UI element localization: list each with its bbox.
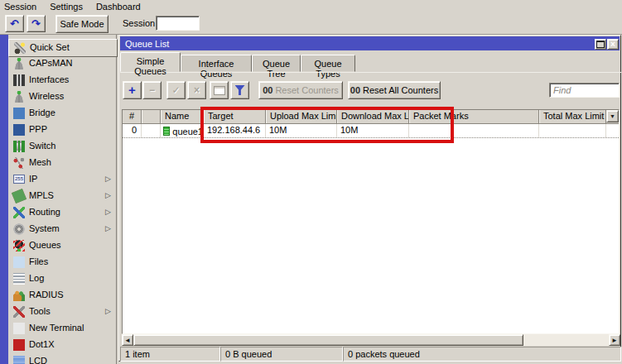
comment-icon: [214, 86, 225, 95]
sidebar-item-quick-set[interactable]: Quick Set: [8, 39, 118, 57]
lcd-monitor-icon: [13, 356, 25, 364]
ip-icon: 255: [13, 175, 25, 184]
sidebar-item-label: Log: [29, 273, 44, 283]
gear-icon: [13, 223, 25, 235]
sidebar-item-label: LCD: [29, 356, 47, 364]
terminal-icon: [13, 323, 25, 334]
add-button[interactable]: +: [123, 81, 142, 99]
sidebar-item-system[interactable]: System ▷: [8, 221, 116, 237]
enable-button[interactable]: ✓: [166, 81, 186, 99]
column-header-name[interactable]: Name: [161, 110, 204, 123]
sidebar-item-radius[interactable]: RADIUS: [8, 287, 116, 304]
sidebar-item-label: Tools: [29, 306, 51, 316]
reset-all-counters-button[interactable]: 00 Reset All Counters: [348, 81, 441, 99]
reset-all-prefix: 00: [350, 85, 360, 95]
wand-icon: [14, 42, 26, 54]
scrollbar-thumb[interactable]: [133, 334, 523, 346]
sidebar-item-interfaces[interactable]: Interfaces: [8, 72, 116, 89]
sidebar-item-label: Switch: [29, 141, 55, 151]
maximize-button[interactable]: [595, 39, 606, 50]
redo-button[interactable]: ↷: [27, 15, 46, 32]
sidebar-item-lcd[interactable]: LCD: [8, 353, 116, 364]
status-packets-queued: 0 packets queued: [343, 347, 621, 362]
window-titlebar[interactable]: Queue List ×: [120, 36, 620, 50]
reset-counters-button[interactable]: 00 Reset Counters: [258, 81, 343, 99]
sidebar-item-switch[interactable]: Switch: [8, 138, 116, 155]
queue-list-window: Queue List × Simple Queues Interface Que…: [118, 35, 621, 362]
scroll-left-icon: ◄: [124, 337, 131, 344]
sidebar-item-label: Wireless: [29, 91, 64, 101]
tab-separator: [120, 72, 621, 73]
column-header-number[interactable]: #: [123, 110, 142, 123]
sidebar-item-log[interactable]: Log: [8, 271, 116, 287]
close-button[interactable]: ×: [607, 39, 619, 50]
antenna-icon: [13, 58, 25, 69]
cell-number: 0: [123, 124, 142, 137]
remove-icon: −: [149, 84, 155, 96]
remove-button[interactable]: −: [142, 81, 162, 99]
sidebar-item-ip[interactable]: 255 IP ▷: [8, 171, 116, 188]
winbox-screen: Session Settings Dashboard ↶ ↷ Safe Mode…: [0, 0, 622, 364]
menu-dashboard[interactable]: Dashboard: [96, 2, 141, 12]
comment-button[interactable]: [210, 81, 229, 99]
sidebar-item-mesh[interactable]: Mesh: [8, 155, 116, 171]
sidebar-item-tools[interactable]: Tools ▷: [8, 304, 116, 320]
column-header-total-max-limit[interactable]: Total Max Limit: [539, 110, 606, 123]
tab-interface-queues[interactable]: Interface Queues: [181, 55, 252, 72]
switch-icon: [13, 141, 25, 152]
find-input[interactable]: [549, 83, 620, 98]
tab-queue-tree[interactable]: Queue Tree: [252, 55, 301, 72]
scroll-right-button[interactable]: ►: [609, 334, 620, 346]
submenu-arrow-icon: ▷: [105, 191, 111, 199]
close-icon: ×: [610, 41, 615, 49]
status-bytes-queued: 0 B queued: [220, 347, 343, 362]
sidebar-item-label: Queues: [29, 240, 61, 250]
gauge-icon: [13, 240, 25, 251]
log-document-icon: [13, 273, 25, 285]
sidebar-item-mpls[interactable]: MPLS ▷: [8, 188, 116, 204]
ppp-icon: [13, 124, 25, 136]
users-icon: [13, 290, 25, 301]
column-header-flag[interactable]: [142, 110, 161, 123]
submenu-arrow-icon: ▷: [105, 307, 111, 315]
menu-session[interactable]: Session: [4, 2, 36, 12]
interface-card-icon: [13, 74, 25, 86]
sidebar-item-capsman[interactable]: CAPsMAN: [8, 55, 116, 72]
cross-icon: ×: [194, 84, 200, 96]
sidebar-item-ppp[interactable]: PPP: [8, 122, 116, 138]
sidebar-item-queues[interactable]: Queues: [8, 237, 116, 254]
window-title: Queue List: [125, 39, 169, 49]
add-icon: +: [128, 84, 136, 96]
sidebar-item-label: Bridge: [29, 108, 55, 117]
sidebar-item-label: Quick Set: [30, 42, 70, 52]
sidebar-item-files[interactable]: Files: [8, 254, 116, 271]
column-options-button[interactable]: ▼: [606, 110, 619, 122]
safe-mode-button[interactable]: Safe Mode: [55, 15, 108, 33]
undo-button[interactable]: ↶: [5, 15, 24, 32]
tab-queue-types[interactable]: Queue Types: [301, 55, 355, 72]
sidebar-item-label: CAPsMAN: [29, 58, 73, 68]
disable-button[interactable]: ×: [187, 81, 206, 99]
sidebar-item-label: Files: [29, 256, 48, 266]
mpls-tags-icon: [12, 189, 27, 204]
sidebar-item-wireless[interactable]: Wireless: [8, 89, 116, 105]
session-input[interactable]: [156, 16, 200, 31]
menu-settings[interactable]: Settings: [50, 2, 83, 12]
top-toolbar: ↶ ↷ Safe Mode Session: [0, 12, 622, 35]
chevron-down-icon: ▼: [610, 113, 615, 119]
horizontal-scrollbar[interactable]: ◄ ►: [122, 334, 620, 346]
wireless-antenna-icon: [13, 91, 25, 103]
sidebar-item-routing[interactable]: Routing ▷: [8, 204, 116, 221]
session-field-label: Session: [123, 18, 155, 28]
sidebar-item-bridge[interactable]: Bridge: [8, 105, 116, 122]
tab-simple-queues[interactable]: Simple Queues: [120, 52, 181, 72]
reset-counters-prefix: 00: [263, 85, 272, 95]
sidebar-item-new-terminal[interactable]: New Terminal: [8, 320, 116, 337]
filter-button[interactable]: [230, 81, 249, 99]
cell-total-max-limit: [539, 124, 606, 137]
scroll-left-button[interactable]: ◄: [122, 334, 133, 346]
undo-icon: ↶: [10, 18, 19, 29]
annotation-highlight-rectangle: [200, 107, 454, 143]
sidebar-item-dot1x[interactable]: Dot1X: [8, 337, 116, 353]
sidebar-accent-strip: [0, 35, 8, 364]
